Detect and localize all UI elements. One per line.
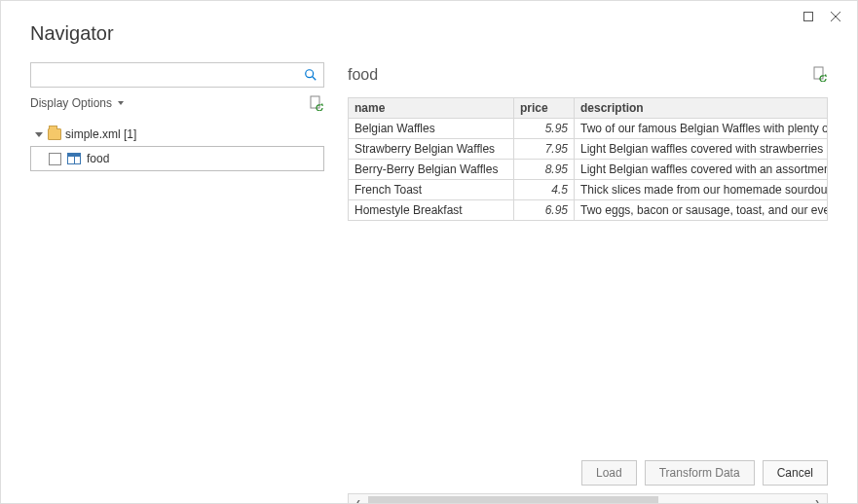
cell-name: Homestyle Breakfast [349,200,514,221]
scroll-thumb[interactable] [368,496,658,504]
table-row[interactable]: French Toast 4.5 Thick slices made from … [349,180,828,200]
tree-item-food[interactable]: food [30,146,324,171]
search-icon[interactable] [298,63,323,87]
table-header-row: name price description [349,98,828,119]
display-options-dropdown[interactable]: Display Options [30,96,124,110]
close-button[interactable] [822,7,849,26]
svg-rect-7 [814,67,823,79]
col-header-description[interactable]: description [575,98,828,119]
load-button[interactable]: Load [581,460,637,486]
nav-tree: simple.xml [1] food [30,123,324,171]
cell-price: 7.95 [514,139,575,160]
transform-data-button[interactable]: Transform Data [645,460,755,486]
refresh-tree-button[interactable] [309,95,324,111]
col-header-price[interactable]: price [514,98,575,119]
table-row[interactable]: Berry-Berry Belgian Waffles 8.95 Light B… [349,160,828,180]
scroll-track[interactable] [368,494,807,504]
folder-icon [48,128,61,140]
display-options-label: Display Options [30,96,112,110]
svg-line-4 [313,77,317,81]
search-input[interactable] [31,63,298,87]
cell-name: Belgian Waffles [349,119,514,139]
svg-rect-5 [311,96,319,108]
cell-price: 8.95 [514,160,575,180]
tree-item-label: food [87,152,109,165]
horizontal-scrollbar[interactable]: ‹ › [348,493,828,504]
cell-description: Two eggs, bacon or sausage, toast, and o… [575,200,828,221]
table-icon [67,153,81,164]
cell-price: 6.95 [514,200,575,221]
maximize-button[interactable] [795,7,822,26]
cell-price: 4.5 [514,180,575,200]
refresh-preview-button[interactable] [812,66,828,85]
page-title: Navigator [1,1,857,62]
svg-marker-6 [320,103,323,106]
table-row[interactable]: Belgian Waffles 5.95 Two of our famous B… [349,119,828,139]
svg-rect-0 [804,13,813,21]
cell-name: Berry-Berry Belgian Waffles [349,160,514,180]
cell-name: French Toast [349,180,514,200]
tree-root-label: simple.xml [1] [65,127,136,141]
search-container [30,62,324,88]
cell-description: Thick slices made from our homemade sour… [575,180,828,200]
svg-marker-8 [824,74,827,77]
cell-price: 5.95 [514,119,575,139]
cell-description: Light Belgian waffles covered with straw… [575,139,828,160]
svg-point-3 [306,70,314,78]
col-header-name[interactable]: name [349,98,514,119]
tree-toggle[interactable] [34,132,44,137]
tree-root-row[interactable]: simple.xml [1] [30,123,324,146]
table-row[interactable]: Strawberry Belgian Waffles 7.95 Light Be… [349,139,828,160]
scroll-left-button[interactable]: ‹ [349,494,368,504]
cell-description: Light Belgian waffles covered with an as… [575,160,828,180]
scroll-right-button[interactable]: › [807,494,827,504]
cell-name: Strawberry Belgian Waffles [349,139,514,160]
chevron-down-icon [118,101,124,105]
cancel-button[interactable]: Cancel [763,460,828,486]
preview-title: food [348,66,378,84]
preview-table: name price description Belgian Waffles 5… [348,97,828,221]
cell-description: Two of our famous Belgian Waffles with p… [575,119,828,139]
tree-item-checkbox[interactable] [49,153,61,165]
table-row[interactable]: Homestyle Breakfast 6.95 Two eggs, bacon… [349,200,828,221]
